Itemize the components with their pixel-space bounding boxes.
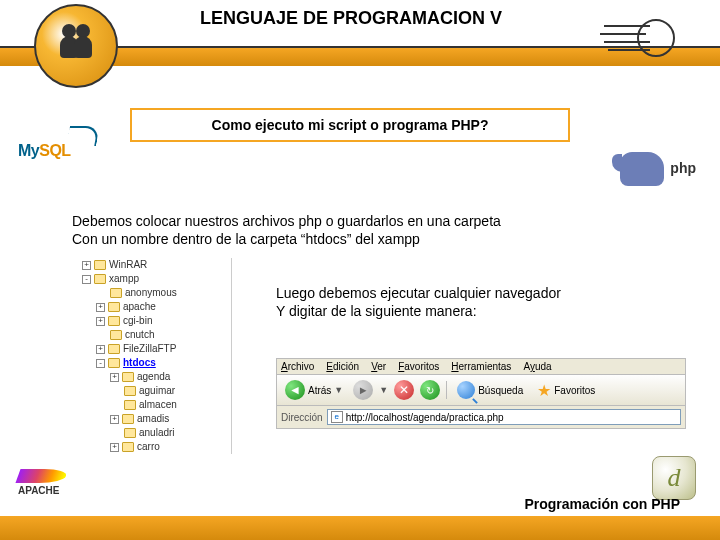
browser-menu[interactable]: Archivo Edición Ver Favoritos Herramient… <box>277 359 685 375</box>
url-input[interactable]: e http://localhost/agenda/practica.php <box>327 409 681 425</box>
slide-header: LENGUAJE DE PROGRAMACION V <box>0 0 720 80</box>
tree-node[interactable]: +agenda <box>72 370 227 384</box>
feather-icon <box>15 469 68 483</box>
tree-label: almacen <box>139 398 177 412</box>
tree-node[interactable]: aguimar <box>72 384 227 398</box>
tree-node[interactable]: +apache <box>72 300 227 314</box>
star-icon: ★ <box>537 381 551 400</box>
instruction-paragraph: Luego debemos ejecutar cualquier navegad… <box>276 284 660 320</box>
folder-icon <box>108 358 120 368</box>
tree-node[interactable]: -xampp <box>72 272 227 286</box>
page-favicon-icon: e <box>331 411 343 423</box>
menu-favoritos[interactable]: Favoritos <box>398 361 439 372</box>
address-bar: Dirección e http://localhost/agenda/prac… <box>277 406 685 428</box>
menu-ayuda[interactable]: Ayuda <box>523 361 551 372</box>
dropdown-icon[interactable]: ▼ <box>334 385 343 395</box>
slide-footer: Programación con PHP <box>0 516 720 540</box>
tree-node[interactable]: anonymous <box>72 286 227 300</box>
menu-edicion[interactable]: Edición <box>326 361 359 372</box>
wing-icon <box>600 16 680 60</box>
folder-icon <box>110 288 122 298</box>
php-logo: php <box>620 152 700 196</box>
tree-label: anonymous <box>125 286 177 300</box>
expand-icon[interactable]: + <box>110 415 119 424</box>
tree-label: cnutch <box>125 328 154 342</box>
tree-label: anuladri <box>139 426 175 440</box>
mysql-logo: MySQL <box>18 142 118 174</box>
refresh-button[interactable]: ↻ <box>420 380 440 400</box>
browser-toolbar: ◄ Atrás ▼ ► ▼ ✕ ↻ Búsqueda ★ Favoritos <box>277 375 685 406</box>
tree-label: amadis <box>137 412 169 426</box>
tree-label: cgi-bin <box>123 314 152 328</box>
favorites-button[interactable]: ★ Favoritos <box>533 379 599 402</box>
body-paragraph: Debemos colocar nuestros archivos php o … <box>72 212 660 248</box>
tree-node[interactable]: almacen <box>72 398 227 412</box>
folder-icon <box>108 344 120 354</box>
tree-node[interactable]: +amadis <box>72 412 227 426</box>
folder-icon <box>122 414 134 424</box>
tree-node[interactable]: +WinRAR <box>72 258 227 272</box>
tree-label: xampp <box>109 272 139 286</box>
slide-title: LENGUAJE DE PROGRAMACION V <box>200 8 502 29</box>
expand-icon[interactable]: - <box>82 275 91 284</box>
expand-icon[interactable]: + <box>110 373 119 382</box>
elephant-icon <box>620 152 664 186</box>
expand-icon[interactable]: + <box>96 345 105 354</box>
tree-node[interactable]: +cgi-bin <box>72 314 227 328</box>
address-label: Dirección <box>281 412 323 423</box>
expand-icon[interactable]: + <box>96 303 105 312</box>
folder-icon <box>124 400 136 410</box>
tree-label: FileZillaFTP <box>123 342 176 356</box>
tree-label: carro <box>137 440 160 454</box>
stop-button[interactable]: ✕ <box>394 380 414 400</box>
menu-archivo[interactable]: Archivo <box>281 361 314 372</box>
folder-icon <box>122 442 134 452</box>
folder-icon <box>108 316 120 326</box>
tree-node[interactable]: anuladri <box>72 426 227 440</box>
tree-node[interactable]: -htdocs <box>72 356 227 370</box>
folder-icon <box>122 372 134 382</box>
footer-text: Programación con PHP <box>524 496 680 512</box>
expand-icon[interactable]: + <box>96 317 105 326</box>
tree-label: aguimar <box>139 384 175 398</box>
apache-logo: APACHE <box>18 469 66 496</box>
dropdown-icon[interactable]: ▼ <box>379 385 388 395</box>
menu-herramientas[interactable]: Herramientas <box>451 361 511 372</box>
back-icon: ◄ <box>285 380 305 400</box>
expand-icon[interactable]: + <box>110 443 119 452</box>
folder-icon <box>94 274 106 284</box>
search-button[interactable]: Búsqueda <box>453 379 527 401</box>
folder-icon <box>110 330 122 340</box>
search-icon <box>457 381 475 399</box>
tree-label: WinRAR <box>109 258 147 272</box>
forward-button[interactable]: ► <box>353 380 373 400</box>
menu-ver[interactable]: Ver <box>371 361 386 372</box>
folder-tree: +WinRAR-xamppanonymous+apache+cgi-bincnu… <box>72 258 232 454</box>
folder-icon <box>124 428 136 438</box>
slide-subtitle: Como ejecuto mi script o programa PHP? <box>130 108 570 142</box>
tree-node[interactable]: cnutch <box>72 328 227 342</box>
expand-icon[interactable]: - <box>96 359 105 368</box>
folder-icon <box>124 386 136 396</box>
tree-label: htdocs <box>123 356 156 370</box>
folder-icon <box>94 260 106 270</box>
back-button[interactable]: ◄ Atrás ▼ <box>281 378 347 402</box>
tree-label: apache <box>123 300 156 314</box>
expand-icon[interactable]: + <box>82 261 91 270</box>
dreamweaver-logo: d <box>652 456 696 500</box>
folder-icon <box>108 302 120 312</box>
tree-node[interactable]: +carro <box>72 440 227 454</box>
people-logo <box>34 4 118 88</box>
tree-label: agenda <box>137 370 170 384</box>
tree-node[interactable]: +FileZillaFTP <box>72 342 227 356</box>
browser-window: Archivo Edición Ver Favoritos Herramient… <box>276 358 686 429</box>
